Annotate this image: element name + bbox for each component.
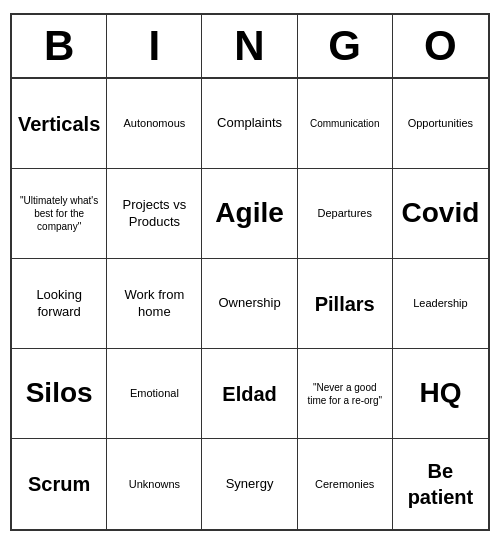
bingo-letter-o: O xyxy=(393,15,488,77)
bingo-cell-3: Communication xyxy=(298,79,393,169)
bingo-cell-2: Complaints xyxy=(202,79,297,169)
cell-text-7: Agile xyxy=(215,195,283,231)
cell-text-3: Communication xyxy=(310,117,379,130)
bingo-letter-b: B xyxy=(12,15,107,77)
bingo-cell-6: Projects vs Products xyxy=(107,169,202,259)
bingo-cell-23: Ceremonies xyxy=(298,439,393,529)
bingo-cell-10: Looking forward xyxy=(12,259,107,349)
bingo-cell-14: Leadership xyxy=(393,259,488,349)
bingo-cell-9: Covid xyxy=(393,169,488,259)
bingo-letter-n: N xyxy=(202,15,297,77)
bingo-cell-11: Work from home xyxy=(107,259,202,349)
cell-text-19: HQ xyxy=(419,375,461,411)
bingo-cell-18: "Never a good time for a re-org" xyxy=(298,349,393,439)
bingo-cell-12: Ownership xyxy=(202,259,297,349)
cell-text-10: Looking forward xyxy=(18,287,100,321)
bingo-cell-5: "Ultimately what's best for the company" xyxy=(12,169,107,259)
bingo-card: BINGO VerticalsAutonomousComplaintsCommu… xyxy=(10,13,490,531)
cell-text-6: Projects vs Products xyxy=(113,197,195,231)
bingo-cell-24: Be patient xyxy=(393,439,488,529)
bingo-cell-1: Autonomous xyxy=(107,79,202,169)
bingo-cell-8: Departures xyxy=(298,169,393,259)
bingo-cell-4: Opportunities xyxy=(393,79,488,169)
bingo-cell-19: HQ xyxy=(393,349,488,439)
bingo-cell-17: Eldad xyxy=(202,349,297,439)
bingo-cell-21: Unknowns xyxy=(107,439,202,529)
cell-text-18: "Never a good time for a re-org" xyxy=(304,381,386,407)
cell-text-15: Silos xyxy=(26,375,93,411)
bingo-cell-7: Agile xyxy=(202,169,297,259)
cell-text-14: Leadership xyxy=(413,296,467,310)
bingo-cell-0: Verticals xyxy=(12,79,107,169)
cell-text-1: Autonomous xyxy=(124,116,186,130)
cell-text-12: Ownership xyxy=(218,295,280,312)
cell-text-21: Unknowns xyxy=(129,477,180,491)
bingo-cell-15: Silos xyxy=(12,349,107,439)
cell-text-2: Complaints xyxy=(217,115,282,132)
cell-text-11: Work from home xyxy=(113,287,195,321)
cell-text-5: "Ultimately what's best for the company" xyxy=(18,194,100,233)
cell-text-22: Synergy xyxy=(226,476,274,493)
cell-text-24: Be patient xyxy=(399,458,482,510)
bingo-cell-16: Emotional xyxy=(107,349,202,439)
cell-text-9: Covid xyxy=(402,195,480,231)
cell-text-13: Pillars xyxy=(315,291,375,317)
bingo-cell-20: Scrum xyxy=(12,439,107,529)
bingo-letter-g: G xyxy=(298,15,393,77)
cell-text-8: Departures xyxy=(318,206,372,220)
bingo-grid: VerticalsAutonomousComplaintsCommunicati… xyxy=(12,79,488,529)
cell-text-17: Eldad xyxy=(222,381,276,407)
bingo-cell-13: Pillars xyxy=(298,259,393,349)
cell-text-23: Ceremonies xyxy=(315,477,374,491)
cell-text-4: Opportunities xyxy=(408,116,473,130)
bingo-header: BINGO xyxy=(12,15,488,79)
cell-text-20: Scrum xyxy=(28,471,90,497)
cell-text-16: Emotional xyxy=(130,386,179,400)
bingo-cell-22: Synergy xyxy=(202,439,297,529)
cell-text-0: Verticals xyxy=(18,111,100,137)
bingo-letter-i: I xyxy=(107,15,202,77)
